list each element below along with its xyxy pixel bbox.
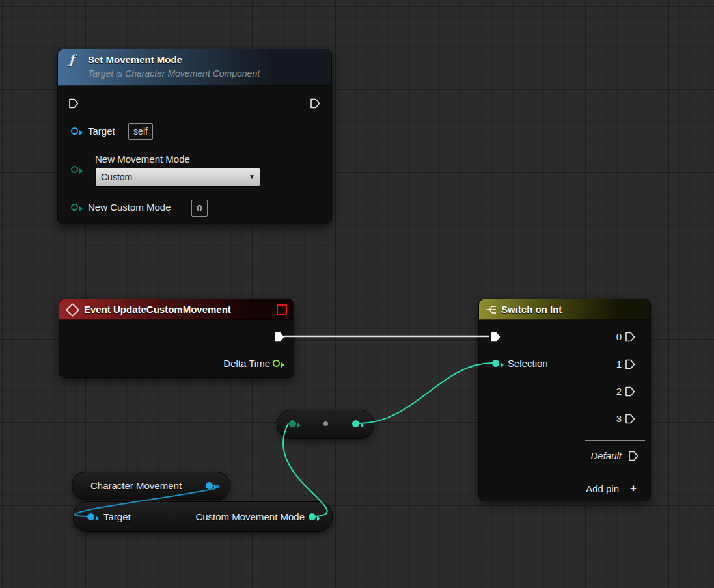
selection-pin[interactable] (492, 360, 499, 367)
reroute-dot (323, 421, 328, 426)
new-movement-mode-label: New Movement Mode (95, 154, 190, 165)
exec-in-pin[interactable] (68, 98, 79, 109)
node-set-movement-mode[interactable]: ƒ Set Movement Mode Target is Character … (57, 49, 332, 224)
target-in-pin[interactable] (87, 513, 94, 520)
case-1-label: 1 (616, 358, 622, 369)
default-separator (585, 440, 645, 441)
case-3-exec-pin[interactable] (625, 414, 635, 424)
new-custom-mode-pin[interactable] (71, 204, 78, 211)
default-label: Default (590, 450, 622, 461)
reroute-out-pin[interactable] (352, 420, 359, 427)
new-movement-mode-value: Custom (101, 172, 132, 182)
node-character-movement[interactable]: Character Movement (72, 472, 230, 500)
character-movement-label: Character Movement (90, 480, 182, 491)
new-custom-mode-label: New Custom Mode (88, 202, 171, 213)
node-header[interactable]: Switch on Int (479, 299, 650, 320)
node-switch-on-int[interactable]: Switch on Int Selection 0 1 2 3 Default … (478, 299, 651, 501)
case-2-exec-pin[interactable] (625, 386, 635, 397)
new-movement-mode-select[interactable]: Custom ▼ (95, 168, 260, 187)
custom-movement-mode-label: Custom Movement Mode (195, 511, 305, 522)
target-label: Target (103, 511, 131, 522)
blueprint-graph[interactable]: ƒ Set Movement Mode Target is Character … (0, 0, 714, 588)
selection-label: Selection (508, 358, 548, 369)
custom-movement-mode-out-pin[interactable] (309, 513, 316, 520)
case-0-exec-pin[interactable] (625, 332, 635, 342)
node-event-update-custom-movement[interactable]: Event UpdateCustomMovement Delta Time (59, 299, 294, 378)
node-subtitle: Target is Character Movement Component (88, 68, 260, 79)
node-title: Event UpdateCustomMovement (84, 304, 231, 315)
reroute-in-pin[interactable] (289, 420, 296, 427)
node-title: Switch on Int (501, 304, 562, 315)
node-title: Set Movement Mode (88, 54, 182, 65)
add-pin-label: Add pin (586, 483, 619, 494)
default-exec-pin[interactable] (628, 451, 638, 461)
add-pin-button[interactable]: + (630, 482, 637, 495)
delta-time-pin[interactable] (273, 360, 280, 367)
new-custom-mode-input[interactable]: 0 (191, 200, 208, 217)
function-icon: ƒ (69, 52, 74, 66)
target-self-input[interactable]: self (128, 123, 153, 140)
node-reroute[interactable] (277, 410, 374, 439)
exec-out-pin[interactable] (274, 332, 284, 342)
node-header[interactable]: ƒ Set Movement Mode Target is Character … (58, 49, 331, 86)
exec-in-pin[interactable] (490, 332, 501, 342)
character-movement-out-pin[interactable] (206, 482, 213, 489)
dropdown-arrow-icon: ▼ (249, 173, 255, 180)
case-2-label: 2 (616, 386, 622, 397)
node-header[interactable]: Event UpdateCustomMovement (59, 299, 294, 320)
exec-out-pin[interactable] (310, 98, 320, 109)
case-1-exec-pin[interactable] (625, 359, 635, 369)
target-pin-label: Target (88, 126, 115, 137)
node-get-custom-movement-mode[interactable]: Target Custom Movement Mode (73, 501, 333, 532)
case-0-label: 0 (616, 331, 622, 342)
event-icon (66, 303, 79, 317)
switch-icon (486, 304, 497, 315)
case-3-label: 3 (616, 413, 622, 424)
delegate-pin[interactable] (277, 304, 287, 315)
delta-time-label: Delta Time (223, 358, 270, 369)
wire-int-reroute-to-selection[interactable] (359, 363, 492, 423)
new-movement-mode-pin[interactable] (71, 166, 78, 173)
target-pin[interactable] (71, 127, 78, 135)
